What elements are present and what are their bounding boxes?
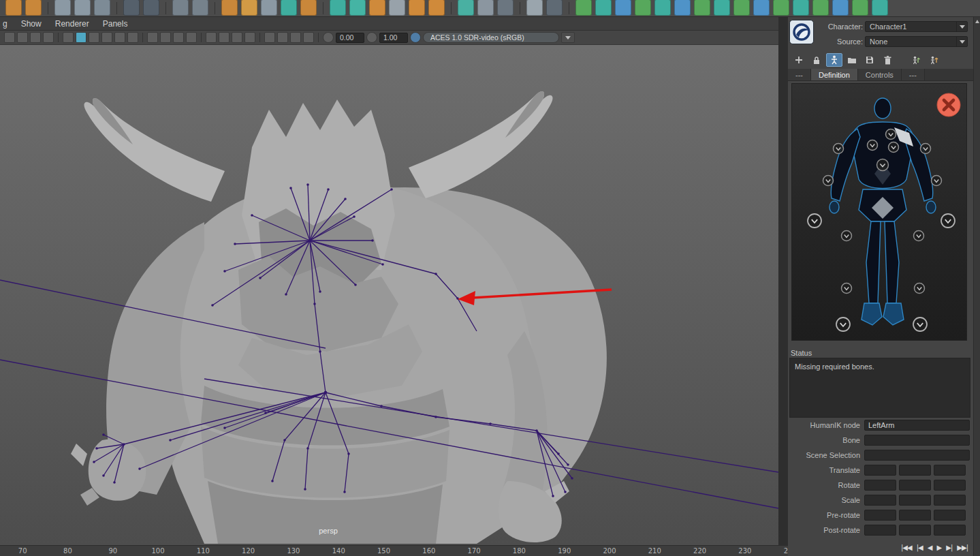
motion-trail-icon[interactable]: [654, 0, 671, 16]
delete-definition-icon[interactable]: [879, 53, 896, 67]
xray-joints-icon[interactable]: [76, 32, 86, 43]
field-chart-icon[interactable]: [160, 32, 171, 43]
time-editor-icon[interactable]: [714, 0, 730, 16]
joint-button-right-collar[interactable]: [889, 142, 899, 153]
add-character-icon[interactable]: [791, 53, 807, 67]
wire-tool-icon[interactable]: [497, 0, 513, 16]
zoom-tool-icon[interactable]: [123, 0, 140, 16]
tab-controls[interactable]: Controls: [858, 69, 902, 80]
parent-constraint-icon[interactable]: [330, 0, 346, 16]
controller-icon[interactable]: [832, 0, 849, 16]
scale-y-field[interactable]: [899, 495, 931, 506]
lighting-all-icon[interactable]: [4, 32, 15, 43]
chevron-down-icon[interactable]: [956, 37, 967, 46]
step-back-key-button[interactable]: |◀: [917, 544, 923, 551]
poly-cube-icon[interactable]: [5, 0, 22, 16]
joint-button-left-collar[interactable]: [868, 140, 878, 151]
wrap-deformer-icon[interactable]: [477, 0, 494, 16]
shelf-icon[interactable]: [48, 2, 48, 14]
menu-show[interactable]: Show: [21, 19, 42, 29]
coordinates-readout-icon[interactable]: [143, 0, 159, 16]
joint-button-right-elbow[interactable]: [932, 176, 942, 186]
circle-select-icon[interactable]: [192, 0, 208, 16]
scale-x-field[interactable]: [864, 495, 896, 506]
grid-toggle-icon[interactable]: [219, 32, 230, 43]
grid-display-icon[interactable]: [54, 0, 71, 16]
joint-button-right-knee[interactable]: [915, 283, 925, 294]
exposure-field[interactable]: 0.00: [336, 33, 364, 43]
safe-title-icon[interactable]: [186, 32, 197, 43]
cluster-icon[interactable]: [409, 0, 425, 16]
marquee-select-icon[interactable]: [172, 0, 189, 16]
character-select[interactable]: Character1: [865, 21, 968, 32]
pre-rotate-z-field[interactable]: [934, 510, 966, 521]
joint-button-left-shoulder[interactable]: [834, 144, 844, 154]
joint-button-left-ankle[interactable]: [836, 318, 850, 331]
joint-button-left-elbow[interactable]: [823, 176, 834, 186]
joint-button-right-ankle[interactable]: [913, 318, 927, 331]
shelf-icon[interactable]: [215, 2, 215, 14]
hik-icon[interactable]: [793, 0, 809, 16]
viewport-toolbar-icon[interactable]: [58, 33, 59, 42]
joint-button-left-knee[interactable]: [842, 283, 852, 294]
shelf-icon[interactable]: [116, 2, 117, 14]
orient-constraint-icon[interactable]: [369, 0, 385, 16]
joint-button-head[interactable]: [886, 129, 896, 140]
ao-toggle-icon[interactable]: [30, 32, 41, 43]
screen-space-ao-icon[interactable]: [264, 32, 275, 43]
export-skeleton-icon[interactable]: [926, 53, 942, 67]
go-to-range-start-button[interactable]: |◀◀: [901, 544, 912, 551]
gamma-icon[interactable]: [366, 32, 377, 43]
viewport-canvas[interactable]: [0, 45, 778, 545]
shelf-icon[interactable]: [569, 2, 569, 14]
view-transform-dropdown-button[interactable]: [561, 32, 575, 43]
grid-snap-icon[interactable]: [261, 0, 277, 16]
shadows-icon[interactable]: [17, 32, 28, 43]
outliner-icon[interactable]: [94, 0, 110, 16]
rotate-z-field[interactable]: [934, 480, 966, 491]
viewport-toolbar-icon[interactable]: [259, 33, 260, 42]
scroll-up-icon[interactable]: [975, 20, 979, 23]
pose-library-icon[interactable]: [872, 0, 888, 16]
joint-button-left-wrist[interactable]: [808, 214, 821, 228]
viewport-toolbar-icon[interactable]: [142, 33, 143, 42]
pre-rotate-y-field[interactable]: [899, 510, 931, 521]
skin-bind-icon[interactable]: [281, 0, 297, 16]
post-rotate-x-field[interactable]: [864, 525, 896, 536]
shelf-icon[interactable]: [520, 2, 520, 14]
tab-definition[interactable]: Definition: [811, 69, 858, 80]
chevron-down-icon[interactable]: [956, 22, 967, 31]
joint-button-left-hip[interactable]: [842, 231, 852, 241]
wireframe-on-shaded-icon[interactable]: [43, 32, 54, 43]
time-slider[interactable]: 7080901001101201301401501601701801902002…: [0, 545, 788, 556]
bone-field[interactable]: [864, 435, 970, 446]
shelf-icon[interactable]: [165, 2, 166, 14]
load-definition-icon[interactable]: [844, 53, 860, 67]
orient-joint-icon[interactable]: [300, 0, 317, 16]
menu-lighting-cutoff[interactable]: g: [3, 19, 7, 29]
color-management-icon[interactable]: [410, 32, 421, 43]
film-gate-icon[interactable]: [114, 32, 125, 43]
post-rotate-y-field[interactable]: [899, 525, 931, 536]
joint-button-right-wrist[interactable]: [941, 214, 955, 228]
set-key-icon[interactable]: [615, 0, 631, 16]
bake-animation-icon[interactable]: [595, 0, 612, 16]
gamma-field[interactable]: 1.00: [379, 33, 408, 43]
exposure-icon[interactable]: [323, 32, 334, 43]
joint-button-chest[interactable]: [877, 159, 889, 171]
default-material-icon[interactable]: [244, 32, 255, 43]
shelf-icon[interactable]: [323, 2, 323, 14]
scale-z-field[interactable]: [934, 495, 966, 506]
joint-button-right-hip[interactable]: [914, 231, 924, 241]
xray-icon[interactable]: [63, 32, 74, 43]
translate-x-field[interactable]: [864, 465, 896, 476]
layout-icon[interactable]: [74, 0, 91, 16]
panel-scrollbar[interactable]: [973, 17, 980, 556]
menu-renderer[interactable]: Renderer: [55, 19, 89, 29]
panel-divider[interactable]: [778, 17, 788, 545]
ik-handle-icon[interactable]: [241, 0, 257, 16]
shape-editor-icon[interactable]: [852, 0, 868, 16]
view-transform-select[interactable]: ACES 1.0 SDR-video (sRGB): [423, 32, 559, 43]
play-forward-button[interactable]: ▶: [936, 544, 941, 551]
play-backward-button[interactable]: ◀: [928, 544, 932, 551]
